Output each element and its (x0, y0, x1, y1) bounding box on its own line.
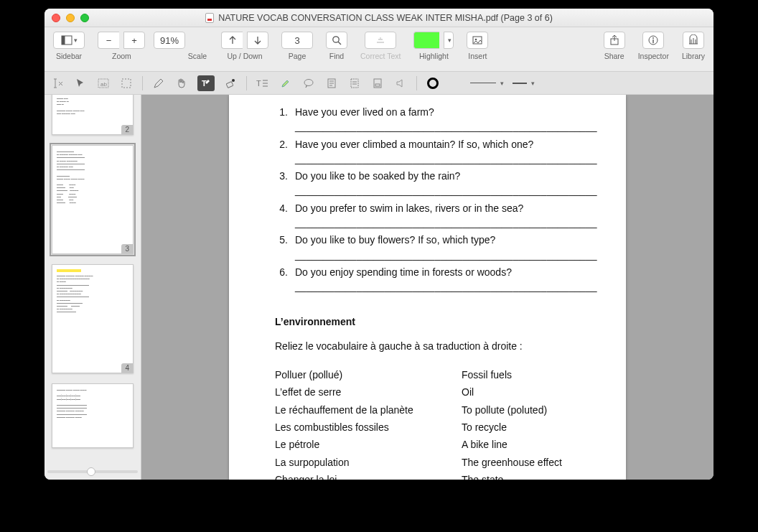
vocab-item: The state (462, 472, 562, 480)
info-icon (647, 34, 659, 46)
svg-rect-21 (375, 84, 380, 86)
zoom-group: − + 91% Zoom (98, 32, 185, 60)
page-toolbar-label: Page (289, 52, 307, 60)
text-annotation-tool[interactable]: T (197, 75, 215, 91)
line-style-menu[interactable]: ▾ (470, 76, 504, 90)
note-tool[interactable] (324, 76, 339, 90)
page-viewport[interactable]: 1.Have you ever lived on a farm? _______… (141, 95, 713, 480)
form-tool[interactable] (347, 76, 362, 90)
link-box-icon (373, 78, 383, 89)
scale-group: Scale (187, 32, 208, 60)
share-group: Share (604, 32, 625, 60)
page-badge: 3 (121, 244, 133, 253)
eraser-icon (225, 78, 236, 89)
pencil-tool[interactable] (151, 76, 166, 90)
inspector-toolbar-label: Inspector (638, 52, 669, 60)
thumbnail-page-5[interactable]: ▬▬▬▬ ▬▬▬ ▬▬▬ ▬▬▬▬▬|▬▬|▬▬|▬▬|▬▬▬▬|▬▬|▬▬|▬… (52, 383, 134, 448)
zoom-out-button[interactable]: − (98, 32, 119, 49)
page-group: 3 Page (281, 32, 313, 60)
pdf-file-icon (205, 13, 214, 23)
answer-blank: ________________________________________… (295, 248, 583, 262)
svg-rect-19 (351, 79, 358, 88)
speaker-icon (395, 78, 406, 89)
library-toolbar-label: Library (682, 52, 705, 60)
highlight-button[interactable] (413, 32, 439, 49)
library-button[interactable] (683, 32, 704, 49)
circle-icon (427, 78, 439, 89)
text-select-tool[interactable] (50, 76, 65, 90)
zoom-button[interactable] (80, 14, 89, 22)
chevron-down-icon: ▾ (500, 80, 504, 87)
find-button[interactable] (326, 32, 347, 49)
page-up-button[interactable] (221, 32, 243, 49)
thumbnail-page-4[interactable]: ▬▬▬▬ ▬▬▬▬ ▬▬▬▬ ▬▬▬▬▬ ▬▬▬▬▬▬▬▬▬▬▬▬▬▬▬ ▬▬▬… (52, 264, 134, 373)
zoom-value: 91% (160, 35, 179, 46)
svg-rect-14 (226, 81, 233, 88)
sidebar-button[interactable]: ▾ (53, 32, 85, 49)
thumbnail-page-2[interactable]: ▬▬▬ ▬▬▬ ▬▬▬ ▬▬▬ ▬▬▬▬▬ ▬▬▬ ▬▬▬ ▬▬▬▬ ▬▬▬▬ … (52, 95, 134, 135)
vocab-item: Changer la loi (275, 472, 418, 480)
questions-list: 1.Have you ever lived on a farm? _______… (275, 105, 583, 294)
vocab-column-right: Fossil fuels Oil To pollute (poluted) To… (462, 368, 562, 480)
share-icon (609, 34, 620, 46)
line-end-icon (513, 83, 527, 84)
svg-line-3 (338, 42, 341, 45)
scale-toolbar-label: Scale (188, 52, 207, 60)
vocab-item: To recycle (462, 420, 562, 434)
separator (142, 76, 143, 90)
search-icon (331, 34, 342, 46)
answer-blank: ________________________________________… (295, 119, 583, 134)
highlighter-icon (280, 78, 291, 89)
comment-tool[interactable] (301, 76, 316, 90)
vocab-item: La surpopulation (275, 455, 418, 470)
stroke-color-tool[interactable] (426, 76, 440, 90)
page-down-button[interactable] (247, 32, 268, 49)
inspector-button[interactable] (642, 32, 664, 49)
question-text: Have you ever climbed a mountain? If so,… (295, 137, 533, 151)
svg-text:T: T (202, 79, 207, 88)
line-end-menu[interactable]: ▾ (513, 76, 535, 90)
insert-button[interactable] (467, 32, 488, 49)
correct-text-button[interactable] (365, 32, 396, 49)
chevron-down-icon: ▾ (74, 37, 78, 44)
page-number-field[interactable]: 3 (281, 32, 313, 49)
close-button[interactable] (52, 14, 60, 22)
vocab-item: The greenhouse effect (462, 455, 562, 470)
vocab-column-left: Polluer (pollué) L’effet de serre Le réc… (275, 368, 418, 480)
hand-icon (176, 78, 187, 89)
minimize-button[interactable] (66, 14, 75, 22)
body: ▬▬▬ ▬▬▬ ▬▬▬ ▬▬▬ ▬▬▬▬▬ ▬▬▬ ▬▬▬ ▬▬▬▬ ▬▬▬▬ … (45, 95, 713, 480)
thumbnail-zoom-scrollbar[interactable] (45, 467, 141, 477)
thumbnail-page-3[interactable]: ▬▬▬▬▬▬▬▬▬ ▬▬▬▬ ▬▬▬▬ ▬▬▬▬▬▬▬▬▬▬▬▬▬▬▬▬ ▬▬▬… (52, 145, 134, 254)
text-annotation-icon: T (200, 78, 212, 89)
share-button[interactable] (604, 32, 625, 49)
window-controls (52, 14, 89, 22)
scrollbar-knob[interactable] (87, 467, 95, 476)
pointer-icon (75, 78, 85, 88)
hand-tool[interactable] (174, 76, 189, 90)
zoom-pct-field[interactable]: 91% (154, 32, 185, 49)
answer-blank: ________________________________________… (295, 151, 583, 166)
pencil-icon (153, 78, 164, 89)
sound-tool[interactable] (393, 76, 408, 90)
crop-tool[interactable] (119, 76, 134, 90)
svg-point-8 (652, 37, 654, 39)
highlight-menu-button[interactable]: ▾ (444, 32, 454, 49)
svg-point-17 (304, 79, 313, 85)
zoom-in-button[interactable]: + (123, 32, 145, 49)
question-text: Do you enjoy spending time in forests or… (295, 265, 512, 279)
insert-toolbar-label: Insert (468, 52, 487, 60)
question-text: Do you like to buy flowers? If so, which… (295, 233, 495, 247)
correct-group: Correct Text (360, 32, 401, 60)
chevron-down-icon: ▾ (531, 80, 535, 87)
page-badge: 2 (121, 125, 133, 134)
svg-point-15 (232, 79, 235, 82)
link-tool[interactable] (370, 76, 385, 90)
question-text: Have you ever lived on a farm? (295, 105, 434, 119)
highlighter-tool[interactable] (279, 76, 293, 90)
eraser-tool[interactable] (223, 76, 238, 90)
line-solid-icon (470, 83, 496, 83)
text-style-tool[interactable]: T (256, 76, 270, 90)
pointer-tool[interactable] (73, 76, 88, 90)
area-select-tool[interactable]: ab (96, 76, 111, 90)
